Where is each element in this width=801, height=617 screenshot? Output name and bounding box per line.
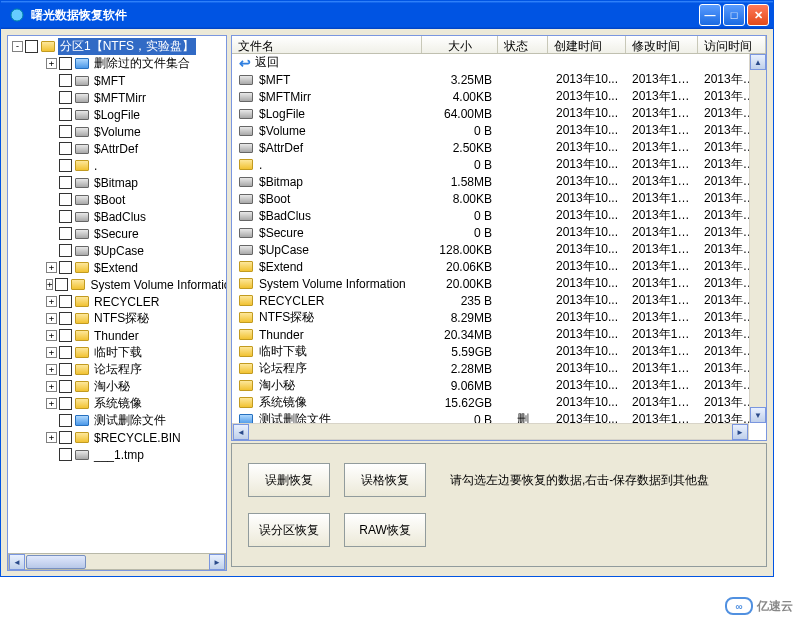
tree-node-label[interactable]: $LogFile <box>92 108 142 122</box>
tree-node-label[interactable]: ___1.tmp <box>92 448 146 462</box>
tree-checkbox[interactable] <box>59 142 72 155</box>
expander-icon[interactable]: + <box>46 398 57 409</box>
list-row[interactable]: RECYCLER235 B2013年10...2013年10...2013年10… <box>232 292 766 309</box>
tree-item[interactable]: +系统镜像 <box>46 395 224 412</box>
list-row[interactable]: 系统镜像15.62GB2013年10...2013年10...2013年10..… <box>232 394 766 411</box>
list-row[interactable]: $UpCase128.00KB2013年10...2013年10...2013年… <box>232 241 766 258</box>
vertical-scrollbar[interactable]: ▲ ▼ <box>749 54 766 423</box>
tree-checkbox[interactable] <box>59 193 72 206</box>
expander-icon[interactable]: + <box>46 432 57 443</box>
tree-node-label[interactable]: $RECYCLE.BIN <box>92 431 183 445</box>
tree-item[interactable]: +Thunder <box>46 327 224 344</box>
tree-node-label[interactable]: $MFTMirr <box>92 91 148 105</box>
tree-node-label[interactable]: $MFT <box>92 74 127 88</box>
tree-item[interactable]: $MFTMirr <box>46 89 224 106</box>
expander-icon[interactable]: + <box>46 58 57 69</box>
tree-root[interactable]: -分区1【NTFS，实验盘】 <box>12 38 224 55</box>
list-row[interactable]: $Boot8.00KB2013年10...2013年10...2013年10..… <box>232 190 766 207</box>
scroll-down-button[interactable]: ▼ <box>750 407 766 423</box>
column-filename[interactable]: 文件名 <box>232 36 422 53</box>
tree-node-label[interactable]: NTFS探秘 <box>92 310 151 327</box>
tree-checkbox[interactable] <box>59 227 72 240</box>
tree-checkbox[interactable] <box>59 448 72 461</box>
tree-node-label[interactable]: $Bitmap <box>92 176 140 190</box>
column-status[interactable]: 状态 <box>498 36 548 53</box>
list-row-return[interactable]: ↩返回 <box>232 54 766 71</box>
expander-icon[interactable]: + <box>46 330 57 341</box>
minimize-button[interactable]: — <box>699 4 721 26</box>
tree-checkbox[interactable] <box>59 244 72 257</box>
tree-checkbox[interactable] <box>55 278 68 291</box>
tree-item[interactable]: +淘小秘 <box>46 378 224 395</box>
tree-checkbox[interactable] <box>59 125 72 138</box>
list-row[interactable]: $Volume0 B2013年10...2013年10...2013年10... <box>232 122 766 139</box>
tree-checkbox[interactable] <box>59 346 72 359</box>
tree-checkbox[interactable] <box>59 414 72 427</box>
list-row[interactable]: 临时下载5.59GB2013年10...2013年10...2013年10... <box>232 343 766 360</box>
tree-node-label[interactable]: System Volume Information <box>88 278 227 292</box>
tree-item[interactable]: +$Extend <box>46 259 224 276</box>
tree-item[interactable]: +$RECYCLE.BIN <box>46 429 224 446</box>
list-row[interactable]: $BadClus0 B2013年10...2013年10...2013年10..… <box>232 207 766 224</box>
tree-node-label[interactable]: RECYCLER <box>92 295 161 309</box>
column-ctime[interactable]: 创建时间 <box>548 36 626 53</box>
partition-recover-button[interactable]: 误分区恢复 <box>248 513 330 547</box>
list-row[interactable]: $LogFile64.00MB2013年10...2013年10...2013年… <box>232 105 766 122</box>
list-row[interactable]: NTFS探秘8.29MB2013年10...2013年10...2013年10.… <box>232 309 766 326</box>
tree-node-label[interactable]: $UpCase <box>92 244 146 258</box>
maximize-button[interactable]: □ <box>723 4 745 26</box>
tree-checkbox[interactable] <box>59 210 72 223</box>
tree-item[interactable]: $Volume <box>46 123 224 140</box>
tree-checkbox[interactable] <box>59 380 72 393</box>
scroll-left-button[interactable]: ◄ <box>9 554 25 570</box>
scroll-right-button[interactable]: ► <box>732 424 748 440</box>
tree-item[interactable]: . <box>46 157 224 174</box>
raw-recover-button[interactable]: RAW恢复 <box>344 513 426 547</box>
tree-node-label[interactable]: . <box>92 159 99 173</box>
tree-checkbox[interactable] <box>59 397 72 410</box>
scroll-right-button[interactable]: ► <box>209 554 225 570</box>
tree-panel[interactable]: -分区1【NTFS，实验盘】+删除过的文件集合$MFT$MFTMirr$LogF… <box>7 35 227 571</box>
tree-checkbox[interactable] <box>59 312 72 325</box>
tree-checkbox[interactable] <box>59 431 72 444</box>
tree-node-label[interactable]: Thunder <box>92 329 141 343</box>
list-row[interactable]: $Secure0 B2013年10...2013年10...2013年10... <box>232 224 766 241</box>
tree-node-label[interactable]: 临时下载 <box>92 344 144 361</box>
expander-icon[interactable]: + <box>46 381 57 392</box>
tree-checkbox[interactable] <box>59 176 72 189</box>
tree-item[interactable]: $Bitmap <box>46 174 224 191</box>
close-button[interactable]: ✕ <box>747 4 769 26</box>
tree-node-label[interactable]: 淘小秘 <box>92 378 132 395</box>
tree-node-label[interactable]: $BadClus <box>92 210 148 224</box>
tree-item[interactable]: +RECYCLER <box>46 293 224 310</box>
tree-checkbox[interactable] <box>59 108 72 121</box>
expander-icon[interactable]: + <box>46 296 57 307</box>
expander-icon[interactable]: + <box>46 279 53 290</box>
expander-icon[interactable]: + <box>46 262 57 273</box>
tree-node-label[interactable]: 分区1【NTFS，实验盘】 <box>58 38 196 55</box>
tree-item[interactable]: $Boot <box>46 191 224 208</box>
list-row[interactable]: 论坛程序2.28MB2013年10...2013年10...2013年10... <box>232 360 766 377</box>
tree-node-label[interactable]: $Boot <box>92 193 127 207</box>
scroll-thumb[interactable] <box>26 555 86 569</box>
tree-item[interactable]: $AttrDef <box>46 140 224 157</box>
tree-node-label[interactable]: 删除过的文件集合 <box>92 55 192 72</box>
format-recover-button[interactable]: 误格恢复 <box>344 463 426 497</box>
tree-item[interactable]: $BadClus <box>46 208 224 225</box>
tree-checkbox[interactable] <box>25 40 38 53</box>
tree-checkbox[interactable] <box>59 295 72 308</box>
tree-item[interactable]: $LogFile <box>46 106 224 123</box>
tree-item[interactable]: $UpCase <box>46 242 224 259</box>
expander-icon[interactable]: + <box>46 347 57 358</box>
list-row[interactable]: $Extend20.06KB2013年10...2013年10...2013年1… <box>232 258 766 275</box>
list-row[interactable]: Thunder20.34MB2013年10...2013年10...2013年1… <box>232 326 766 343</box>
delete-recover-button[interactable]: 误删恢复 <box>248 463 330 497</box>
list-row[interactable]: $MFTMirr4.00KB2013年10...2013年10...2013年1… <box>232 88 766 105</box>
tree-checkbox[interactable] <box>59 363 72 376</box>
column-size[interactable]: 大小 <box>422 36 498 53</box>
tree-checkbox[interactable] <box>59 329 72 342</box>
tree-node-label[interactable]: $Secure <box>92 227 141 241</box>
tree-item[interactable]: +NTFS探秘 <box>46 310 224 327</box>
tree-item[interactable]: ___1.tmp <box>46 446 224 463</box>
tree-item[interactable]: $Secure <box>46 225 224 242</box>
